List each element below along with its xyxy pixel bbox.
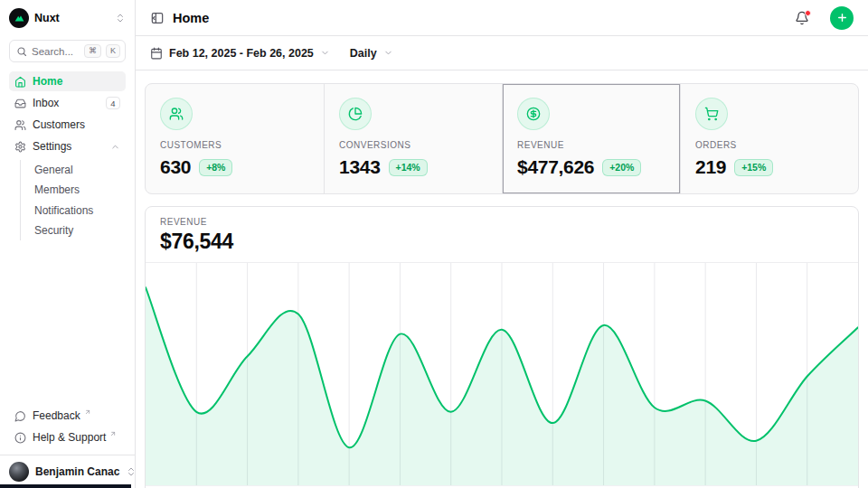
window-edge bbox=[0, 484, 131, 488]
kbd-cmd: ⌘ bbox=[84, 44, 101, 58]
sidebar-item-general[interactable]: General bbox=[29, 160, 126, 180]
sidebar-item-notifications[interactable]: Notifications bbox=[29, 201, 126, 221]
kbd-k: K bbox=[106, 44, 120, 58]
sidebar-item-label: Customers bbox=[33, 118, 120, 131]
content: CUSTOMERS 630 +8% CONVERSIONS 1343 +14% bbox=[136, 70, 868, 488]
sidebar-item-home[interactable]: Home bbox=[9, 71, 126, 91]
sidebar-item-label: Settings bbox=[33, 140, 104, 153]
inbox-icon bbox=[14, 98, 26, 109]
top-header: Home bbox=[136, 0, 868, 36]
chevron-up-icon bbox=[110, 142, 120, 152]
sidebar-collapse-icon[interactable] bbox=[150, 11, 165, 25]
chart-label: REVENUE bbox=[160, 217, 844, 227]
avatar bbox=[9, 462, 29, 482]
chart-value: $76,544 bbox=[160, 230, 844, 254]
sidebar-item-label: Home bbox=[33, 75, 120, 88]
circle-dollar-icon bbox=[517, 98, 550, 130]
sidebar-item-members[interactable]: Members bbox=[29, 181, 126, 201]
sidebar-item-label: Inbox bbox=[33, 97, 99, 109]
toolbar: Feb 12, 2025 - Feb 26, 2025 Daily bbox=[136, 36, 868, 70]
message-circle-icon bbox=[14, 410, 26, 422]
chart-plot-area[interactable] bbox=[146, 262, 858, 485]
team-switcher[interactable]: Nuxt bbox=[0, 0, 135, 33]
search-icon bbox=[16, 46, 27, 57]
stat-card-conversions[interactable]: CONVERSIONS 1343 +14% bbox=[324, 84, 502, 193]
stat-card-orders[interactable]: ORDERS 219 +15% bbox=[680, 84, 858, 193]
help-support-link[interactable]: Help & Support bbox=[9, 427, 126, 447]
inbox-count-badge: 4 bbox=[106, 97, 120, 109]
notifications-button[interactable] bbox=[795, 11, 809, 25]
date-range-value: Feb 12, 2025 - Feb 26, 2025 bbox=[169, 47, 314, 60]
feedback-link[interactable]: Feedback bbox=[9, 406, 126, 426]
sidebar-item-customers[interactable]: Customers bbox=[9, 115, 126, 135]
external-link-icon bbox=[109, 430, 117, 437]
chevrons-up-down-icon bbox=[115, 13, 126, 23]
gear-icon bbox=[14, 141, 26, 153]
stat-delta-badge: +8% bbox=[199, 159, 232, 176]
stat-label: ORDERS bbox=[695, 140, 844, 150]
calendar-icon bbox=[150, 47, 163, 60]
shopping-cart-icon bbox=[695, 98, 728, 130]
plus-icon bbox=[836, 12, 848, 23]
sidebar-nav: Home Inbox 4 Customers Settings Ge bbox=[0, 70, 135, 402]
search-input[interactable]: Search... ⌘ K bbox=[9, 40, 126, 62]
stat-delta-badge: +14% bbox=[389, 159, 428, 176]
revenue-chart-svg bbox=[146, 263, 858, 485]
add-button[interactable] bbox=[830, 6, 854, 30]
chevrons-up-down-icon bbox=[126, 466, 137, 477]
page-title: Home bbox=[173, 11, 787, 25]
user-name: Benjamin Canac bbox=[35, 465, 119, 478]
notification-dot bbox=[805, 10, 811, 16]
users-icon bbox=[14, 119, 26, 131]
chevron-down-icon bbox=[383, 48, 393, 58]
sidebar-item-security[interactable]: Security bbox=[29, 221, 126, 241]
feedback-label: Feedback bbox=[33, 409, 80, 422]
stat-value: 1343 bbox=[339, 156, 381, 178]
pie-chart-icon bbox=[339, 98, 372, 130]
date-range-picker[interactable]: Feb 12, 2025 - Feb 26, 2025 bbox=[150, 47, 330, 60]
external-link-icon bbox=[84, 408, 91, 416]
granularity-value: Daily bbox=[350, 47, 377, 60]
stat-value: 219 bbox=[695, 156, 726, 178]
sidebar: Nuxt Search... ⌘ K Home Inbox 4 bbox=[0, 0, 136, 488]
sidebar-item-settings[interactable]: Settings bbox=[9, 136, 126, 156]
stat-value: 630 bbox=[160, 156, 191, 178]
stat-label: CONVERSIONS bbox=[339, 140, 487, 150]
revenue-chart-card: REVENUE $76,544 14 Feb16 Feb18 Feb20 Feb… bbox=[145, 206, 859, 488]
stat-label: CUSTOMERS bbox=[160, 140, 309, 150]
settings-sub-list: General Members Notifications Security bbox=[20, 160, 126, 240]
stat-card-revenue[interactable]: REVENUE $477,626 +20% bbox=[502, 84, 680, 193]
stats-grid: CUSTOMERS 630 +8% CONVERSIONS 1343 +14% bbox=[145, 83, 859, 194]
nuxt-logo-icon bbox=[9, 8, 29, 28]
user-menu[interactable]: Benjamin Canac bbox=[0, 455, 135, 488]
team-name: Nuxt bbox=[34, 12, 109, 24]
chart-header: REVENUE $76,544 bbox=[146, 207, 858, 262]
info-icon bbox=[14, 432, 26, 444]
users-icon bbox=[160, 98, 193, 130]
home-icon bbox=[14, 76, 26, 88]
stat-delta-badge: +20% bbox=[602, 159, 641, 176]
help-support-label: Help & Support bbox=[33, 431, 106, 444]
chevron-down-icon bbox=[320, 48, 330, 58]
search-placeholder: Search... bbox=[32, 46, 80, 57]
stat-label: REVENUE bbox=[517, 140, 665, 150]
stat-card-customers[interactable]: CUSTOMERS 630 +8% bbox=[146, 84, 324, 193]
sidebar-footer: Feedback Help & Support bbox=[0, 402, 135, 455]
sidebar-item-inbox[interactable]: Inbox 4 bbox=[9, 93, 126, 113]
main: Home Feb 12, 2025 - Feb 26, 2025 Daily bbox=[136, 0, 868, 488]
stat-delta-badge: +15% bbox=[734, 159, 773, 176]
granularity-select[interactable]: Daily bbox=[350, 47, 393, 60]
stat-value: $477,626 bbox=[517, 156, 594, 178]
